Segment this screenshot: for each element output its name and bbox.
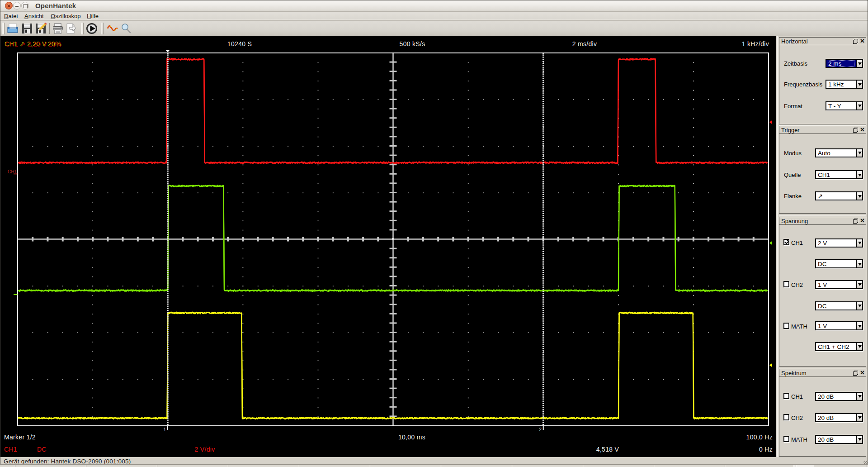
svg-text:1: 1 (163, 427, 166, 432)
svg-text:2: 2 (539, 427, 542, 432)
svg-text:CH1: CH1 (8, 169, 17, 174)
